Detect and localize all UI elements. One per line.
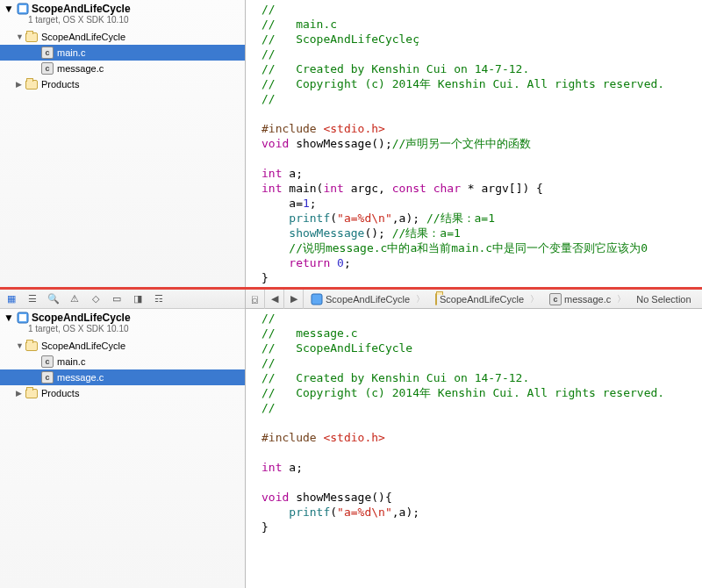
test-navigator-icon[interactable]: ◇ xyxy=(86,290,105,309)
crumb-label: ScopeAndLifeCycle xyxy=(326,294,410,305)
comment: // ScopeAndLifeCycle xyxy=(261,341,412,355)
tree-file-main[interactable]: c main.c xyxy=(0,45,245,61)
tree-group[interactable]: ▼ ScopeAndLifeCycle xyxy=(0,29,245,45)
xcode-project-icon xyxy=(17,3,29,15)
project-subtitle: 1 target, OS X SDK 10.10 xyxy=(28,15,241,25)
comment: // ScopeAndLifeCycleç xyxy=(261,32,419,46)
breadcrumb[interactable]: ScopeAndLifeCycle xyxy=(428,293,542,305)
disclosure-icon[interactable]: ▼ xyxy=(16,32,25,41)
disclosure-icon[interactable]: ▶ xyxy=(16,80,25,89)
keyword: const xyxy=(392,182,426,195)
code-text: ; xyxy=(310,197,317,210)
comment: //结果：a=1 xyxy=(426,212,495,225)
comment: // Created by Kenshin Cui on 14-7-12. xyxy=(261,62,529,75)
c-file-icon: c xyxy=(40,355,54,368)
folder-icon xyxy=(25,80,39,90)
code-editor-top[interactable]: // // main.c // ScopeAndLifeCycleç // //… xyxy=(246,0,702,287)
comment: // xyxy=(261,312,276,325)
c-file-icon: c xyxy=(549,293,562,305)
breadcrumb[interactable]: No Selection xyxy=(629,294,700,305)
navigator-tabs: ▦ ☰ 🔍 ⚠ ◇ ▭ ◨ ☶ xyxy=(0,290,245,309)
keyword: int xyxy=(261,182,282,195)
code-text: argc, xyxy=(344,182,392,195)
comment: //声明另一个文件中的函数 xyxy=(392,137,532,150)
symbol-navigator-icon[interactable]: ☰ xyxy=(23,290,42,309)
preprocessor: #include xyxy=(261,122,323,135)
code-text: ( xyxy=(330,506,337,519)
code-editor-bottom[interactable]: ⌼ ◀ ▶ ScopeAndLifeCycle ScopeAndLifeCycl… xyxy=(246,290,702,588)
code-text: ,a); xyxy=(392,212,426,225)
keyword: int xyxy=(261,461,282,474)
code-text: showMessage(); xyxy=(289,137,391,150)
comment: // xyxy=(261,92,276,105)
keyword: int xyxy=(323,182,343,195)
issue-navigator-icon[interactable]: ⚠ xyxy=(65,290,84,309)
c-file-icon: c xyxy=(40,62,54,75)
keyword: int xyxy=(261,167,282,180)
disclosure-icon[interactable]: ▼ xyxy=(4,312,14,324)
crumb-label: ScopeAndLifeCycle xyxy=(440,294,524,305)
comment: // Copyright (c) 2014年 Kenshin Cui. All … xyxy=(261,386,664,399)
code-text: a; xyxy=(282,461,302,474)
project-subtitle: 1 target, OS X SDK 10.10 xyxy=(28,324,241,333)
tree-file-message[interactable]: c message.c xyxy=(0,61,245,76)
function-call: printf xyxy=(261,506,330,519)
folder-icon xyxy=(25,389,39,398)
file-navigator-icon[interactable]: ▦ xyxy=(2,290,21,309)
header: <stdio.h> xyxy=(323,122,384,135)
disclosure-icon[interactable]: ▼ xyxy=(4,3,14,15)
comment: //结果：a=1 xyxy=(392,226,461,240)
related-items-icon[interactable]: ⌼ xyxy=(246,290,265,309)
code-text xyxy=(426,182,433,195)
search-navigator-icon[interactable]: 🔍 xyxy=(44,290,63,309)
debug-navigator-icon[interactable]: ▭ xyxy=(107,290,126,309)
comment: // xyxy=(261,47,276,61)
xcode-project-icon xyxy=(17,312,29,324)
number: 1 xyxy=(303,197,310,210)
tree-products[interactable]: ▶ Products xyxy=(0,76,245,92)
code-text: * argv[]) { xyxy=(461,182,543,195)
folder-icon xyxy=(435,294,437,305)
tree-label: main.c xyxy=(57,47,85,58)
svg-rect-3 xyxy=(19,314,26,321)
code-text: (); xyxy=(364,226,391,240)
tree-group[interactable]: ▼ ScopeAndLifeCycle xyxy=(0,338,245,354)
disclosure-icon[interactable]: ▶ xyxy=(16,389,25,398)
tree-file-main[interactable]: c main.c xyxy=(0,354,245,369)
tree-label: Products xyxy=(41,388,79,398)
code-text: } xyxy=(261,520,269,534)
crumb-label: No Selection xyxy=(636,294,691,305)
log-navigator-icon[interactable]: ☶ xyxy=(149,290,168,309)
tree-products[interactable]: ▶ Products xyxy=(0,385,245,401)
header: <stdio.h> xyxy=(323,431,384,444)
back-button-icon[interactable]: ◀ xyxy=(265,290,284,309)
svg-rect-1 xyxy=(19,5,26,12)
code-text: ( xyxy=(330,212,337,225)
tree-label: message.c xyxy=(57,372,104,383)
project-root[interactable]: ▼ ScopeAndLifeCycle xyxy=(4,312,241,324)
keyword: void xyxy=(261,491,289,504)
disclosure-icon[interactable]: ▼ xyxy=(16,341,25,350)
tree-label: main.c xyxy=(57,356,85,367)
comment: // xyxy=(261,356,276,369)
breadcrumb[interactable]: ScopeAndLifeCycle xyxy=(304,293,428,305)
crumb-label: message.c xyxy=(564,294,611,305)
preprocessor: #include xyxy=(261,431,323,444)
keyword: char xyxy=(433,182,461,195)
breakpoint-navigator-icon[interactable]: ◨ xyxy=(128,290,147,309)
tree-file-message[interactable]: c message.c xyxy=(0,369,245,385)
string: "a=%d\n" xyxy=(337,212,392,225)
comment: // xyxy=(261,3,276,16)
c-file-icon: c xyxy=(40,371,54,384)
number: 0 xyxy=(330,256,344,269)
comment: // main.c xyxy=(261,18,337,31)
function-call: showMessage xyxy=(261,226,364,240)
code-text: showMessage(){ xyxy=(289,491,391,504)
breadcrumb[interactable]: cmessage.c xyxy=(542,293,629,305)
code-text: ; xyxy=(344,256,351,269)
forward-button-icon[interactable]: ▶ xyxy=(284,290,304,309)
tree-label: Products xyxy=(41,79,79,90)
project-root[interactable]: ▼ ScopeAndLifeCycle xyxy=(4,3,241,15)
comment: // message.c xyxy=(261,326,358,340)
code-text: ,a); xyxy=(392,506,419,519)
